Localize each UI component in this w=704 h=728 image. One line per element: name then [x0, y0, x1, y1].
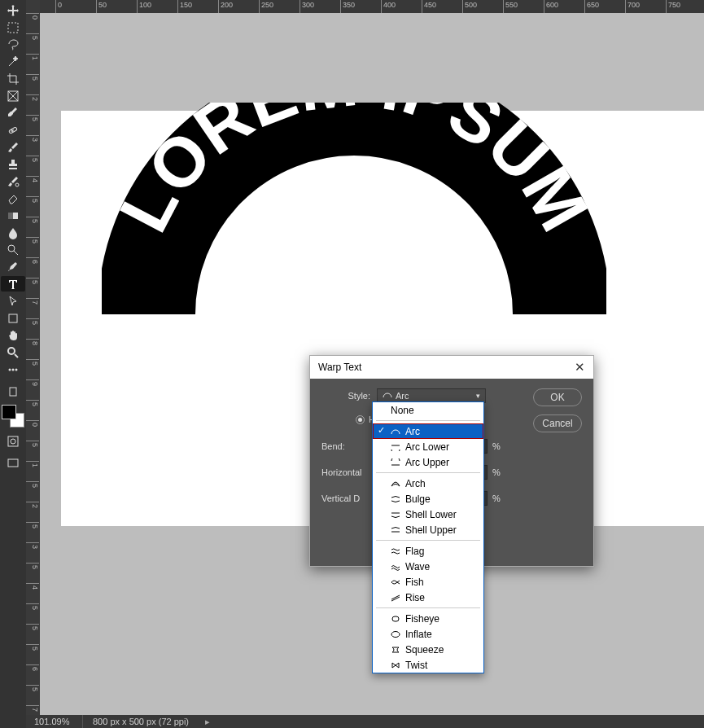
tool-more[interactable] — [1, 362, 25, 377]
shell-lower-icon — [391, 511, 400, 519]
tool-healing[interactable] — [1, 122, 25, 138]
tool-quickmask[interactable] — [1, 433, 25, 449]
menu-separator — [376, 472, 480, 473]
style-option-fish[interactable]: Fish — [373, 574, 483, 590]
svg-rect-12 — [10, 388, 16, 396]
tool-hand[interactable] — [1, 327, 25, 343]
tool-move[interactable] — [1, 2, 25, 18]
tool-zoom[interactable] — [1, 344, 25, 360]
style-option-inflate[interactable]: Inflate — [373, 626, 483, 642]
foreground-color-swatch[interactable] — [2, 405, 16, 419]
arc-upper-icon — [391, 458, 400, 467]
style-option-bulge[interactable]: Bulge — [373, 491, 483, 507]
check-icon: ✓ — [378, 425, 385, 436]
style-option-flag[interactable]: Flag — [373, 543, 483, 559]
tool-screenmode[interactable] — [1, 455, 25, 471]
tool-brush[interactable] — [1, 139, 25, 155]
squeeze-icon — [391, 646, 400, 654]
menu-separator — [376, 420, 480, 421]
close-icon[interactable]: ✕ — [575, 360, 585, 375]
svg-rect-5 — [8, 213, 13, 219]
style-option-wave[interactable]: Wave — [373, 559, 483, 574]
tool-wand[interactable] — [1, 54, 25, 69]
style-label: Style: — [321, 391, 370, 401]
svg-point-14 — [11, 439, 15, 444]
inflate-icon — [391, 630, 400, 638]
arc-icon — [383, 391, 392, 399]
tool-pen[interactable] — [1, 259, 25, 274]
cancel-button[interactable]: Cancel — [533, 414, 582, 432]
tool-stamp[interactable] — [1, 156, 25, 172]
bend-percent: % — [492, 441, 501, 451]
menu-separator — [376, 607, 480, 608]
svg-rect-0 — [8, 23, 18, 33]
flag-icon — [391, 547, 400, 555]
style-dropdown-menu: None ✓ Arc Arc Lower Arc Upper Arch Bulg… — [372, 401, 484, 673]
tool-blur[interactable] — [1, 225, 25, 240]
wave-icon — [391, 563, 400, 571]
arch-icon — [391, 480, 400, 488]
arc-icon — [391, 428, 400, 436]
svg-point-3 — [15, 183, 19, 186]
ruler-vertical[interactable]: 05152535455565758595051525354555657 — [26, 0, 40, 715]
style-option-none[interactable]: None — [373, 402, 483, 418]
tool-shape[interactable] — [1, 310, 25, 326]
style-option-arc-lower[interactable]: Arc Lower — [373, 439, 483, 454]
svg-rect-17 — [392, 616, 399, 621]
zoom-level[interactable]: 101.09% — [26, 715, 83, 728]
chevron-right-icon[interactable]: ▸ — [205, 717, 210, 727]
shell-upper-icon — [391, 526, 400, 534]
ruler-horizontal[interactable]: 0501001502002503003504004505005506006507… — [34, 0, 704, 13]
svg-point-6 — [8, 245, 15, 252]
svg-point-8 — [8, 348, 15, 354]
dialog-title-text: Warp Text — [318, 362, 361, 373]
warped-text: LOREM IPSUM — [102, 103, 606, 363]
foreground-background-color[interactable] — [2, 405, 24, 428]
orientation-horizontal-radio[interactable] — [356, 415, 365, 424]
style-option-arc-upper[interactable]: Arc Upper — [373, 454, 483, 470]
menu-separator — [376, 540, 480, 541]
tool-crop[interactable] — [1, 71, 25, 86]
ok-button[interactable]: OK — [533, 388, 582, 406]
style-option-rise[interactable]: Rise — [373, 590, 483, 605]
twist-icon — [391, 661, 400, 669]
tool-marquee[interactable] — [1, 20, 25, 35]
fish-icon — [391, 578, 400, 586]
tool-eyedropper[interactable] — [1, 105, 25, 121]
svg-point-11 — [15, 368, 18, 371]
style-option-arch[interactable]: Arch — [373, 476, 483, 491]
style-option-twist[interactable]: Twist — [373, 657, 483, 673]
tool-history-brush[interactable] — [1, 173, 25, 189]
tools-panel — [0, 0, 26, 728]
tool-edit-toolbar[interactable] — [1, 384, 25, 399]
svg-point-9 — [9, 368, 11, 371]
tool-eraser[interactable] — [1, 191, 25, 206]
style-option-fisheye[interactable]: Fisheye — [373, 611, 483, 626]
tool-gradient[interactable] — [1, 208, 25, 223]
document-info[interactable]: 800 px x 500 px (72 ppi) ▸ — [83, 715, 210, 728]
tool-path-select[interactable] — [1, 293, 25, 309]
tool-lasso[interactable] — [1, 37, 25, 52]
tool-frame[interactable] — [1, 88, 25, 103]
style-option-shell-upper[interactable]: Shell Upper — [373, 522, 483, 537]
svg-point-10 — [12, 368, 15, 371]
chevron-down-icon: ▾ — [476, 392, 480, 400]
svg-rect-15 — [8, 459, 18, 467]
tool-dodge[interactable] — [1, 242, 25, 257]
dialog-titlebar[interactable]: Warp Text ✕ — [310, 356, 593, 379]
style-option-squeeze[interactable]: Squeeze — [373, 642, 483, 657]
fisheye-icon — [391, 615, 400, 623]
svg-rect-7 — [9, 314, 17, 322]
rise-icon — [391, 594, 400, 602]
arc-lower-icon — [391, 443, 400, 451]
bulge-icon — [391, 495, 400, 503]
svg-rect-13 — [8, 436, 18, 446]
tool-type[interactable] — [1, 276, 25, 292]
svg-point-18 — [391, 631, 400, 637]
style-option-shell-lower[interactable]: Shell Lower — [373, 507, 483, 522]
style-option-arc[interactable]: ✓ Arc — [373, 423, 483, 439]
status-bar: 101.09% 800 px x 500 px (72 ppi) ▸ — [26, 715, 704, 728]
